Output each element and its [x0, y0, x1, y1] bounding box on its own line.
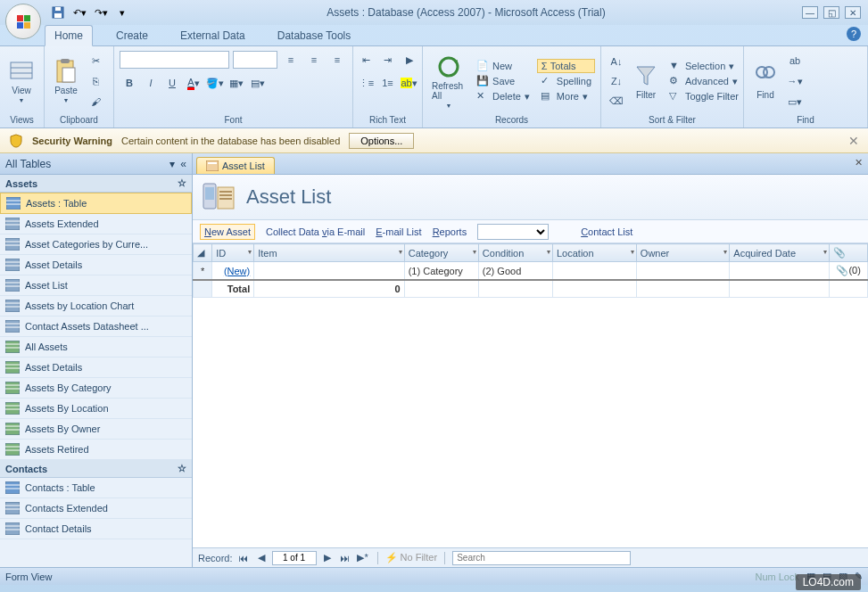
- nav-first-icon[interactable]: ⏮: [236, 551, 251, 565]
- decrease-indent-icon[interactable]: ⇤: [357, 50, 376, 70]
- tab-external-data[interactable]: External Data: [171, 26, 254, 45]
- cell-owner[interactable]: [636, 262, 729, 281]
- sort-asc-icon[interactable]: A↓: [607, 52, 626, 71]
- redo-icon[interactable]: ↷▾: [93, 4, 109, 21]
- search-box[interactable]: [452, 551, 631, 565]
- nav-item[interactable]: Assets : Table: [0, 193, 192, 214]
- nav-item[interactable]: Contacts Extended: [0, 498, 192, 519]
- advanced-filter-button[interactable]: ⚙Advanced▾: [665, 74, 742, 88]
- nav-last-icon[interactable]: ⏭: [338, 551, 352, 565]
- warning-options-button[interactable]: Options...: [349, 133, 414, 149]
- replace-icon[interactable]: ab: [785, 51, 805, 70]
- link-email-list[interactable]: E-mail List: [376, 226, 421, 237]
- align-center-icon[interactable]: ≡: [304, 50, 324, 70]
- qat-customize-icon[interactable]: ▾: [114, 4, 130, 21]
- nav-item[interactable]: Asset List: [0, 275, 192, 296]
- nav-collapse-icon[interactable]: «: [180, 158, 186, 170]
- save-record-button[interactable]: 💾Save: [473, 74, 533, 88]
- datasheet-grid[interactable]: ◢ ID▾ Item▾ Category▾ Condition▾ Locatio…: [193, 243, 868, 547]
- clear-sort-icon[interactable]: ⌫: [607, 91, 626, 111]
- cut-icon[interactable]: ✂: [86, 51, 105, 70]
- cell-item[interactable]: [254, 262, 404, 281]
- align-right-icon[interactable]: ≡: [327, 50, 347, 70]
- totals-button[interactable]: Σ Totals: [537, 59, 595, 73]
- find-button[interactable]: Find: [749, 62, 781, 102]
- spelling-button[interactable]: ✓Spelling: [537, 74, 595, 88]
- alt-fill-icon[interactable]: ▤▾: [248, 73, 268, 93]
- nav-new-icon[interactable]: ▶*: [356, 551, 370, 565]
- nav-item[interactable]: Assets by Location Chart: [0, 296, 192, 317]
- font-color-icon[interactable]: A▾: [184, 73, 203, 93]
- office-button[interactable]: [5, 4, 41, 39]
- nav-item[interactable]: Assets By Location: [0, 399, 192, 419]
- reports-combo[interactable]: [477, 224, 549, 240]
- tab-database-tools[interactable]: Database Tools: [269, 26, 360, 45]
- bold-icon[interactable]: B: [120, 73, 139, 93]
- nav-pane-header[interactable]: All Tables ▾ «: [0, 153, 192, 175]
- link-reports[interactable]: Reports: [433, 226, 467, 237]
- view-button[interactable]: View▼: [5, 57, 37, 105]
- nav-item[interactable]: Contact Assets Datasheet ...: [0, 317, 192, 337]
- font-family-combo[interactable]: [120, 51, 229, 69]
- col-location[interactable]: Location▾: [553, 244, 637, 262]
- nav-next-icon[interactable]: ▶: [320, 551, 335, 565]
- doc-tab-close-button[interactable]: ✕: [855, 157, 863, 169]
- bullets-icon[interactable]: ⋮≡: [357, 73, 376, 93]
- copy-icon[interactable]: ⎘: [86, 71, 105, 91]
- nav-prev-icon[interactable]: ◀: [254, 551, 269, 565]
- cell-location[interactable]: [553, 262, 637, 281]
- cell-acquired[interactable]: [730, 262, 830, 281]
- minimize-button[interactable]: —: [802, 6, 818, 19]
- link-new-asset[interactable]: New Asset: [200, 224, 255, 240]
- nav-item[interactable]: Asset Categories by Curre...: [0, 234, 192, 255]
- nav-item[interactable]: Asset Details: [0, 358, 192, 378]
- selection-filter-button[interactable]: ▼Selection▾: [665, 59, 742, 73]
- col-attachment[interactable]: 📎: [830, 244, 868, 262]
- delete-record-button[interactable]: ✕Delete▾: [473, 89, 533, 103]
- ltr-icon[interactable]: ▶: [400, 50, 419, 70]
- row-selector-new[interactable]: *: [194, 262, 212, 281]
- format-painter-icon[interactable]: 🖌: [86, 92, 105, 111]
- col-acquired-date[interactable]: Acquired Date▾: [730, 244, 830, 262]
- toggle-filter-button[interactable]: ▽Toggle Filter: [665, 89, 742, 103]
- undo-icon[interactable]: ↶▾: [71, 4, 87, 21]
- record-position-input[interactable]: [272, 551, 317, 565]
- help-button[interactable]: ?: [847, 27, 861, 41]
- tab-create[interactable]: Create: [107, 26, 157, 45]
- link-contact-list[interactable]: Contact List: [581, 226, 632, 237]
- col-id[interactable]: ID▾: [212, 244, 254, 262]
- nav-item[interactable]: Assets Retired: [0, 440, 192, 460]
- select-icon[interactable]: ▭▾: [785, 92, 805, 111]
- nav-group-assets[interactable]: Assets☆: [0, 175, 192, 193]
- new-id-cell[interactable]: (New): [224, 266, 250, 276]
- link-collect-data[interactable]: Collect Data via E-mail: [266, 226, 365, 237]
- filter-button[interactable]: Filter: [630, 62, 662, 102]
- select-all-cell[interactable]: ◢: [194, 244, 212, 262]
- cell-category[interactable]: (1) Category: [404, 262, 478, 281]
- doc-tab-asset-list[interactable]: Asset List: [196, 157, 275, 174]
- restore-button[interactable]: ◱: [823, 6, 839, 19]
- nav-item[interactable]: Assets By Category: [0, 378, 192, 399]
- warning-close-button[interactable]: ✕: [848, 134, 859, 148]
- save-icon[interactable]: [50, 4, 66, 21]
- new-record-button[interactable]: 📄New: [473, 59, 533, 73]
- cell-attachment[interactable]: 📎(0): [830, 262, 868, 281]
- col-condition[interactable]: Condition▾: [478, 244, 552, 262]
- col-category[interactable]: Category▾: [404, 244, 478, 262]
- close-button[interactable]: ✕: [845, 6, 861, 19]
- highlight-icon[interactable]: ab▾: [400, 73, 419, 93]
- font-size-combo[interactable]: [233, 51, 277, 69]
- paste-button[interactable]: Paste▼: [50, 57, 82, 105]
- nav-item[interactable]: All Assets: [0, 337, 192, 358]
- nav-item[interactable]: Assets Extended: [0, 214, 192, 234]
- refresh-all-button[interactable]: Refresh All▼: [428, 53, 469, 111]
- col-item[interactable]: Item▾: [254, 244, 404, 262]
- numbering-icon[interactable]: 1≡: [378, 73, 398, 93]
- italic-icon[interactable]: I: [141, 73, 161, 93]
- more-records-button[interactable]: ▤More▾: [537, 89, 595, 103]
- cell-condition[interactable]: (2) Good: [478, 262, 552, 281]
- gridlines-icon[interactable]: ▦▾: [227, 73, 246, 93]
- nav-item[interactable]: Asset Details: [0, 255, 192, 275]
- tab-home[interactable]: Home: [45, 25, 93, 46]
- nav-dropdown-icon[interactable]: ▾: [169, 158, 175, 170]
